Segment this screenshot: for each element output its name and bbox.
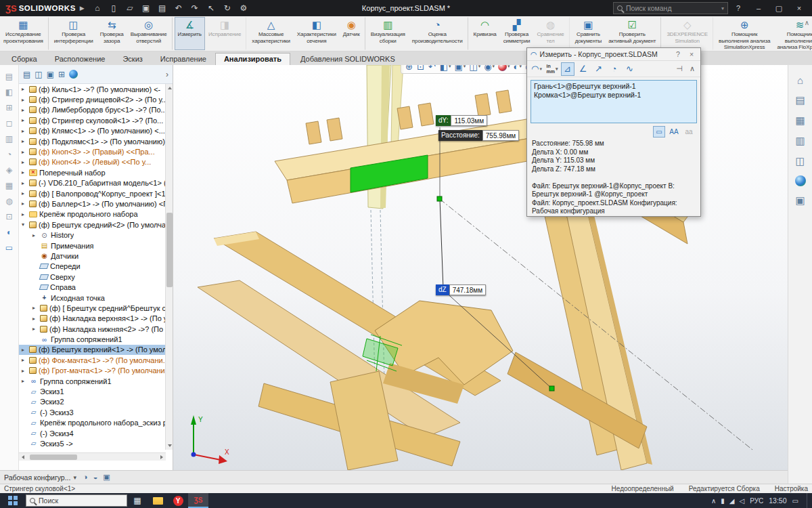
arc-measure-icon[interactable]: ◠▾ (530, 62, 543, 76)
tree-item[interactable]: ▸ (ф) Подклямс<1> -> (По умолчанию)... (19, 136, 166, 146)
expand-arrow-icon[interactable]: ▸ (22, 180, 29, 186)
taskpane-appearances-icon[interactable] (795, 175, 806, 186)
rebuild-icon[interactable]: ↻ (220, 1, 235, 15)
check-active-document-button[interactable]: ☑ Проверить активный документ (605, 17, 661, 50)
tree-item[interactable]: ▸ (ф) Брештук верхний<1> -> (По умолча..… (19, 345, 166, 355)
volume-icon[interactable]: ◁ (740, 497, 745, 505)
scrollbar-thumb[interactable] (30, 454, 77, 460)
dialog-close-icon[interactable]: × (686, 50, 697, 58)
tree-item[interactable]: ▸ (ф) Грот-мачта<1> ->? (По умолчани... (19, 366, 166, 376)
featuremanager-design-tree-icon[interactable]: ▤ (23, 70, 30, 79)
performance-evaluation-button[interactable]: ◔ Оценка производительности (409, 17, 468, 50)
minimize-button[interactable]: – (748, 0, 769, 16)
tree-item[interactable]: ▾ (ф) Брештук средний<2> (По умолчани... (19, 219, 166, 230)
scroll-up-icon[interactable] (166, 84, 173, 92)
home-icon[interactable]: ⌂ (90, 1, 105, 15)
interference-check-button[interactable]: ◫ Проверка интерференции (51, 17, 97, 50)
tree-item[interactable]: ◉ Датчики (19, 251, 166, 261)
tree-item[interactable]: ▱ Эскиз2 (19, 397, 166, 407)
expand-arrow-icon[interactable]: ▸ (22, 378, 29, 384)
clearance-check-button[interactable]: ⇆ Проверка зазора (97, 17, 127, 50)
left-dock-icon[interactable]: ◐ (7, 228, 12, 237)
left-dock-icon[interactable]: ⊞ (5, 103, 12, 112)
scroll-right-icon[interactable] (158, 453, 166, 461)
measure-dialog-titlebar[interactable]: ◠ Измерить - Корпус_проект.SLDASM ? × (527, 48, 700, 61)
expand-arrow-icon[interactable]: ▸ (22, 86, 29, 92)
left-dock-icon[interactable]: ⊡ (5, 212, 12, 221)
assembly-visualization-button[interactable]: ▥ Визуализация сборки (367, 17, 409, 50)
left-dock-icon[interactable]: ◍ (5, 196, 12, 206)
expand-arrow-icon[interactable]: ▾ (22, 221, 29, 228)
expand-arrow-icon[interactable]: ▸ (22, 97, 29, 103)
tree-item[interactable]: ▸ (ф) Накладка верхняя<1> -> (По ум... (19, 314, 166, 324)
dy-measurement-callout[interactable]: dY: 115.03мм (436, 115, 487, 126)
save-icon[interactable]: ▣ (139, 1, 154, 15)
configuration-manager-icon[interactable]: ▣ (47, 70, 54, 79)
tree-item[interactable]: ▸ × Поперечный набор (19, 167, 166, 177)
open-icon[interactable]: ▱ (122, 1, 137, 15)
command-search-input[interactable]: Поиск команд ▾ (613, 2, 728, 14)
tree-item[interactable]: ▸ (ф) Кноп<3> -> (Правый) <<Пра... (19, 146, 166, 156)
tree-item[interactable]: ▸ (ф) [ Брештук средний^Брештук сре... (19, 303, 166, 313)
measure-button[interactable]: ∡ Измерить (175, 17, 205, 50)
tree-item[interactable]: ▸ (ф) Киль<1> ->? (По умолчанию) <- (19, 84, 166, 94)
configuration-dropdown[interactable]: Рабочая конфигур... (0, 473, 73, 482)
tab-repair[interactable]: Исправление (152, 53, 215, 65)
taskpane-file-explorer-icon[interactable]: ▥ (795, 135, 805, 147)
tree-item[interactable]: + Исходная точка (19, 293, 166, 303)
left-dock-icon[interactable]: ◻ (6, 119, 13, 128)
pin-icon[interactable]: ⊣ (674, 64, 685, 73)
font-large-icon[interactable]: АA (668, 126, 680, 137)
display-state-icon[interactable]: ◑ (83, 473, 88, 482)
tab-layout[interactable]: Расположение (46, 53, 114, 65)
redo-icon[interactable]: ↷ (187, 1, 202, 15)
select-icon[interactable]: ↖ (204, 1, 219, 15)
tree-vertical-scrollbar[interactable] (165, 84, 173, 450)
expand-arrow-icon[interactable]: ▸ (22, 149, 29, 155)
left-dock-icon[interactable]: ◧ (5, 87, 13, 97)
tree-item[interactable]: ∞ Группа сопряжений1 (19, 334, 166, 344)
display-states-icon[interactable] (69, 70, 78, 79)
maximize-button[interactable]: ▢ (769, 0, 789, 16)
section-properties-button[interactable]: ◧ Характеристики сечения (294, 17, 340, 50)
scene-icon[interactable]: ▣ (103, 473, 110, 482)
expand-arrow-icon[interactable]: ▸ (32, 326, 40, 332)
curvature-button[interactable]: ◠ Кривизна (470, 17, 500, 50)
tree-item[interactable]: ▸ (ф) Лимбербордов брус<1> ->? (По... (19, 105, 166, 115)
point-to-point-icon[interactable]: ↗ (592, 62, 606, 76)
tree-item[interactable]: ▸ ∞ Группа сопряжений1 (19, 376, 166, 386)
tree-item[interactable]: ▱ (-) Эскиз3 (19, 407, 166, 417)
dialog-help-icon[interactable]: ? (673, 50, 683, 58)
hole-alignment-button[interactable]: ◎ Выравнивание отверстий (127, 17, 173, 50)
units-icon[interactable]: in mm▾ (545, 62, 559, 76)
left-dock-icon[interactable]: ◔ (7, 150, 12, 159)
font-small-icon[interactable]: аа (683, 126, 695, 137)
dialog-collapse-icon[interactable]: ∧ (687, 64, 698, 73)
display-manager-icon[interactable]: ◫ (35, 70, 42, 79)
task-view-icon[interactable]: ▦ (127, 493, 148, 508)
expand-arrow-icon[interactable]: ▸ (32, 305, 40, 311)
measurement-history-icon[interactable]: ◔ (608, 62, 621, 76)
tree-item[interactable]: Сверху (19, 272, 166, 282)
expand-arrow-icon[interactable]: ▸ (22, 138, 29, 144)
tree-item[interactable]: ▸ (ф) Стрингер скуловой<1> ->? (По... (19, 115, 166, 125)
taskpane-resources-icon[interactable]: ▤ (795, 94, 805, 106)
language-indicator[interactable]: РУС (750, 497, 763, 505)
show-xyz-icon[interactable]: ⊿ (561, 62, 574, 76)
graph-icon[interactable]: ∿ (623, 62, 637, 76)
chevron-down-icon[interactable]: ▾ (73, 474, 76, 481)
tree-item[interactable]: Спереди (19, 261, 166, 272)
dimxpert-manager-icon[interactable]: ⊞ (58, 70, 65, 79)
appearance-icon[interactable]: ◒ (93, 473, 98, 482)
selection-item[interactable]: Кромка<1>@Брештук верхний-1 (534, 91, 694, 100)
tree-item[interactable]: ▸ (ф) Кноп<4> -> (Левый) <<По у... (19, 157, 166, 167)
scrollbar-thumb[interactable] (166, 213, 173, 287)
tray-expand-icon[interactable]: ∧ (711, 497, 716, 505)
expand-arrow-icon[interactable]: ▸ (22, 169, 29, 175)
menu-flyout-icon[interactable]: ▶ (80, 5, 85, 12)
new-document-icon[interactable]: ▯ (106, 1, 121, 15)
start-button[interactable] (0, 493, 26, 508)
measurement-units-icon[interactable]: ▭ (653, 126, 665, 137)
expand-arrow-icon[interactable]: ▸ (22, 200, 29, 207)
expand-arrow-icon[interactable]: ▸ (32, 232, 40, 238)
